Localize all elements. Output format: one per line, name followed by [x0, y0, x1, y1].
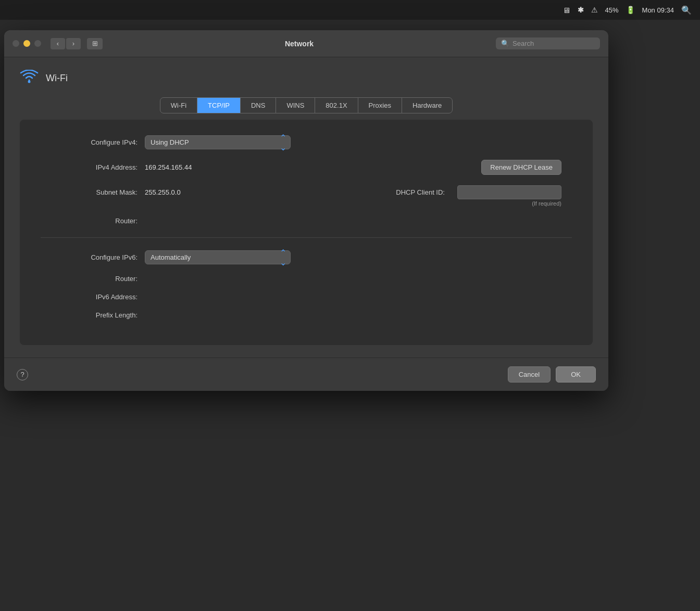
ipv6-address-row: IPv6 Address:	[41, 293, 572, 301]
subnet-mask-value: 255.255.0.0	[145, 185, 181, 196]
menubar: 🖥 ✱ ⚠ 45% 🔋 Mon 09:34 🔍	[0, 0, 700, 20]
prefix-length-row: Prefix Length:	[41, 311, 572, 319]
router-row: Router:	[41, 217, 572, 225]
tabs-container: Wi-Fi TCP/IP DNS WINS 802.1X Proxies Har…	[160, 97, 453, 113]
svg-point-0	[28, 81, 31, 83]
search-input[interactable]	[512, 40, 595, 47]
help-button[interactable]: ?	[17, 369, 28, 380]
ipv4-address-value: 169.254.165.44	[145, 163, 192, 171]
cancel-button[interactable]: Cancel	[508, 366, 551, 383]
battery-icon: 🔋	[626, 6, 635, 14]
bottom-bar: ? Cancel OK	[4, 358, 608, 391]
minimize-button[interactable]	[23, 40, 30, 47]
router-label: Router:	[41, 217, 145, 225]
configure-ipv6-select-wrapper: Automatically Link-local only Manually O…	[145, 250, 291, 264]
bluetooth-icon: ✱	[578, 6, 584, 14]
router6-label: Router:	[41, 275, 145, 283]
ipv4-address-row: IPv4 Address: 169.254.165.44 Renew DHCP …	[41, 160, 572, 175]
network-window: ‹ › ⊞ Network 🔍 Wi-F	[4, 30, 608, 391]
back-button[interactable]: ‹	[51, 38, 65, 49]
alert-icon: ⚠	[591, 6, 598, 14]
router6-row: Router:	[41, 275, 572, 283]
titlebar: ‹ › ⊞ Network 🔍	[4, 30, 608, 57]
tab-wifi[interactable]: Wi-Fi	[160, 98, 197, 113]
renew-dhcp-button[interactable]: Renew DHCP Lease	[481, 160, 561, 175]
forward-button[interactable]: ›	[66, 38, 81, 49]
nav-buttons: ‹ ›	[51, 38, 81, 49]
configure-ipv6-row: Configure IPv6: Automatically Link-local…	[41, 250, 572, 264]
clock: Mon 09:34	[642, 6, 674, 14]
configure-ipv6-label: Configure IPv6:	[41, 253, 145, 261]
tab-8021x[interactable]: 802.1X	[315, 98, 358, 113]
configure-ipv4-select-wrapper: Using DHCP Manually BOOTP Off ⌃⌄	[145, 135, 291, 149]
prefix-length-label: Prefix Length:	[41, 311, 145, 319]
wifi-label: Wi-Fi	[46, 73, 68, 84]
tcpip-panel: Configure IPv4: Using DHCP Manually BOOT…	[20, 120, 593, 345]
tab-tcpip[interactable]: TCP/IP	[197, 98, 241, 113]
configure-ipv4-select[interactable]: Using DHCP Manually BOOTP Off	[145, 135, 291, 149]
close-button[interactable]	[12, 40, 19, 47]
subnet-mask-label: Subnet Mask:	[41, 185, 145, 196]
wifi-icon	[20, 70, 39, 87]
spotlight-icon[interactable]: 🔍	[681, 5, 692, 15]
window-title: Network	[107, 40, 492, 48]
bottom-actions: Cancel OK	[508, 366, 596, 383]
tab-hardware[interactable]: Hardware	[402, 98, 452, 113]
content: Wi-Fi Wi-Fi TCP/IP DNS WINS 802.1X Proxi…	[4, 57, 608, 358]
search-icon: 🔍	[501, 40, 509, 47]
monitor-icon: 🖥	[562, 6, 570, 15]
ipv4-address-label: IPv4 Address:	[41, 163, 145, 171]
subnet-row: Subnet Mask: 255.255.0.0 DHCP Client ID:…	[41, 185, 572, 207]
tab-proxies[interactable]: Proxies	[358, 98, 402, 113]
dhcp-client-id-label: DHCP Client ID:	[396, 188, 452, 196]
battery-status: 45%	[605, 6, 619, 14]
tab-dns[interactable]: DNS	[241, 98, 276, 113]
ok-button[interactable]: OK	[556, 366, 596, 383]
tab-wins[interactable]: WINS	[276, 98, 315, 113]
grid-button[interactable]: ⊞	[87, 38, 103, 49]
section-divider	[41, 237, 572, 238]
maximize-button[interactable]	[34, 40, 41, 47]
configure-ipv6-select[interactable]: Automatically Link-local only Manually O…	[145, 250, 291, 264]
dhcp-client-id-input[interactable]	[457, 185, 561, 199]
search-bar[interactable]: 🔍	[496, 37, 600, 49]
if-required-text: (If required)	[532, 200, 561, 207]
configure-ipv4-label: Configure IPv4:	[41, 138, 145, 146]
menubar-right: 🖥 ✱ ⚠ 45% 🔋 Mon 09:34 🔍	[562, 5, 692, 15]
configure-ipv4-row: Configure IPv4: Using DHCP Manually BOOT…	[41, 135, 572, 149]
ipv6-address-label: IPv6 Address:	[41, 293, 145, 301]
wifi-header: Wi-Fi	[20, 70, 593, 87]
